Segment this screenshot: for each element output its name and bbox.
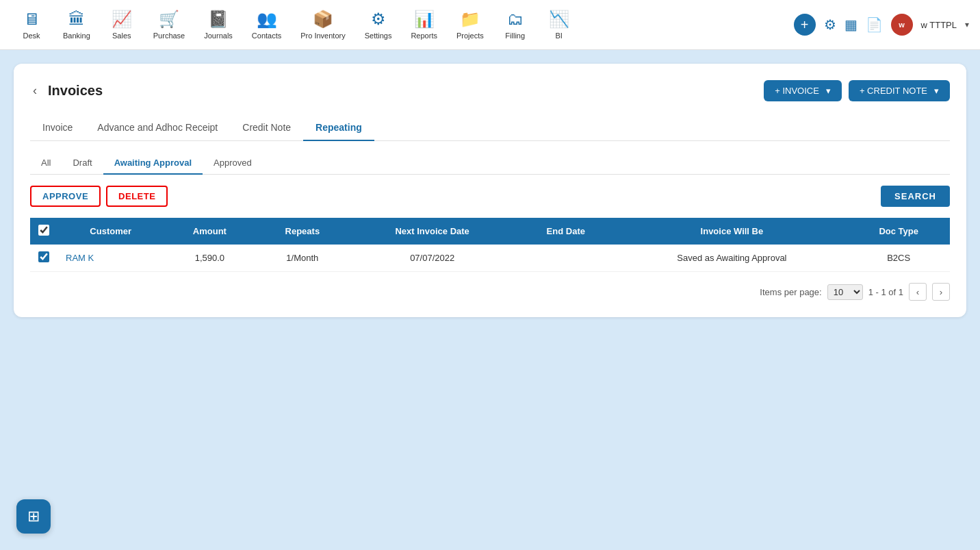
main-tabs: Invoice Advance and Adhoc Receipt Credit… (30, 115, 950, 141)
search-button[interactable]: SEARCH (881, 186, 950, 207)
bi-icon: 📉 (549, 10, 569, 29)
nav-item-projects[interactable]: 📁 Projects (448, 4, 492, 45)
row-repeats-0: 1/Month (255, 245, 349, 272)
row-next-invoice-date-0: 07/07/2022 (349, 245, 515, 272)
floating-grid-icon: ⊞ (27, 508, 40, 525)
filter-tabs: All Draft Awaiting Approval Approved (30, 152, 950, 175)
document-icon-btn[interactable]: 📄 (866, 16, 883, 33)
filter-tab-draft[interactable]: Draft (62, 152, 103, 175)
banking-label: Banking (63, 32, 90, 40)
customer-header: Customer (57, 218, 164, 245)
tab-repeating[interactable]: Repeating (303, 115, 374, 141)
filter-tab-awaiting-approval[interactable]: Awaiting Approval (103, 152, 203, 175)
action-row: APPROVE DELETE SEARCH (30, 186, 950, 207)
user-name[interactable]: w TTTPL (921, 20, 957, 30)
contacts-label: Contacts (252, 32, 281, 40)
pagination: Items per page: 10 20 50 100 1 - 1 of 1 … (30, 283, 950, 301)
purchase-icon: 🛒 (159, 10, 179, 29)
row-doc-type-0: B2CS (847, 245, 950, 272)
add-button[interactable]: + (794, 14, 816, 36)
row-customer-0: RAM K (57, 245, 164, 272)
nav-item-contacts[interactable]: 👥 Contacts (244, 4, 289, 45)
projects-label: Projects (456, 32, 484, 40)
amount-header: Amount (164, 218, 255, 245)
nav-item-sales[interactable]: 📈 Sales (101, 4, 142, 45)
nav-item-desk[interactable]: 🖥 Desk (11, 4, 52, 45)
floating-grid-button[interactable]: ⊞ (16, 499, 51, 534)
desk-icon: 🖥 (23, 10, 40, 29)
pro-inventory-icon: 📦 (313, 10, 333, 29)
table-header-row: Customer Amount Repeats Next Invoice Dat… (30, 218, 950, 245)
doc-type-header: Doc Type (847, 218, 950, 245)
row-invoice-will-be-0: Saved as Awaiting Approval (616, 245, 847, 272)
approve-button[interactable]: APPROVE (30, 186, 101, 207)
contacts-icon: 👥 (257, 10, 277, 29)
items-per-page-label: Items per page: (760, 287, 821, 297)
banking-icon: 🏛 (68, 10, 85, 29)
grid-icon-btn[interactable]: ▦ (844, 16, 858, 33)
nav-items: 🖥 Desk 🏛 Banking 📈 Sales 🛒 Purchase 📓 Jo… (11, 4, 794, 45)
reports-icon: 📊 (414, 10, 435, 29)
credit-note-button[interactable]: + CREDIT NOTE ▾ (849, 80, 950, 101)
desk-label: Desk (23, 32, 40, 40)
invoices-card: ‹ Invoices + INVOICE ▾ + CREDIT NOTE ▾ I… (14, 64, 966, 317)
page-info: 1 - 1 of 1 (868, 287, 903, 297)
filling-label: Filling (505, 32, 525, 40)
invoice-will-be-header: Invoice Will Be (616, 218, 847, 245)
journals-icon: 📓 (208, 10, 229, 29)
tab-advance[interactable]: Advance and Adhoc Receipt (85, 115, 230, 141)
row-checkbox-0[interactable] (38, 251, 49, 262)
next-page-button[interactable]: › (932, 283, 950, 301)
top-nav: 🖥 Desk 🏛 Banking 📈 Sales 🛒 Purchase 📓 Jo… (0, 0, 980, 50)
row-amount-0: 1,590.0 (164, 245, 255, 272)
settings-label: Settings (365, 32, 392, 40)
sales-icon: 📈 (112, 10, 132, 29)
repeats-header: Repeats (255, 218, 349, 245)
card-header-left: ‹ Invoices (30, 81, 103, 101)
end-date-header: End Date (515, 218, 616, 245)
filter-tab-approved[interactable]: Approved (203, 152, 263, 175)
back-button[interactable]: ‹ (30, 81, 40, 101)
customer-link-0[interactable]: RAM K (66, 253, 94, 263)
journals-label: Journals (204, 32, 233, 40)
user-chevron-icon[interactable]: ▾ (965, 20, 969, 29)
settings-icon: ⚙ (371, 10, 386, 29)
credit-note-button-label: + CREDIT NOTE (860, 86, 927, 96)
nav-item-settings[interactable]: ⚙ Settings (357, 4, 400, 45)
nav-item-purchase[interactable]: 🛒 Purchase (145, 4, 193, 45)
nav-item-banking[interactable]: 🏛 Banking (55, 4, 99, 45)
settings-icon-btn[interactable]: ⚙ (824, 16, 836, 33)
purchase-label: Purchase (153, 32, 185, 40)
next-invoice-date-header: Next Invoice Date (349, 218, 515, 245)
table-row: RAM K 1,590.0 1/Month 07/07/2022 Saved a… (30, 245, 950, 272)
select-all-checkbox[interactable] (38, 225, 49, 236)
invoice-dropdown-arrow-icon: ▾ (826, 86, 831, 96)
select-all-header (30, 218, 57, 245)
table-body: RAM K 1,590.0 1/Month 07/07/2022 Saved a… (30, 245, 950, 272)
tab-credit-note[interactable]: Credit Note (230, 115, 303, 141)
filter-tab-all[interactable]: All (30, 152, 62, 175)
nav-right: + ⚙ ▦ 📄 w w TTTPL ▾ (794, 14, 970, 36)
items-per-page-select[interactable]: 10 20 50 100 (827, 284, 863, 300)
row-end-date-0 (515, 245, 616, 272)
invoice-button[interactable]: + INVOICE ▾ (764, 80, 842, 101)
pro-inventory-label: Pro Inventory (300, 32, 345, 40)
nav-item-journals[interactable]: 📓 Journals (196, 4, 241, 45)
user-avatar[interactable]: w (891, 14, 913, 36)
tab-invoice[interactable]: Invoice (30, 115, 85, 141)
nav-item-reports[interactable]: 📊 Reports (402, 4, 446, 45)
nav-item-pro-inventory[interactable]: 📦 Pro Inventory (292, 4, 353, 45)
action-buttons: APPROVE DELETE (30, 186, 168, 207)
delete-button[interactable]: DELETE (106, 186, 168, 207)
page-title: Invoices (48, 83, 103, 99)
row-checkbox-cell-0 (30, 245, 57, 272)
filling-icon: 🗂 (507, 10, 524, 29)
bi-label: BI (556, 32, 563, 40)
prev-page-button[interactable]: ‹ (909, 283, 927, 301)
nav-item-filling[interactable]: 🗂 Filling (495, 4, 536, 45)
nav-item-bi[interactable]: 📉 BI (539, 4, 580, 45)
credit-note-dropdown-arrow-icon: ▾ (934, 86, 939, 96)
reports-label: Reports (411, 32, 437, 40)
main-content: ‹ Invoices + INVOICE ▾ + CREDIT NOTE ▾ I… (0, 50, 980, 331)
invoices-table: Customer Amount Repeats Next Invoice Dat… (30, 218, 950, 272)
